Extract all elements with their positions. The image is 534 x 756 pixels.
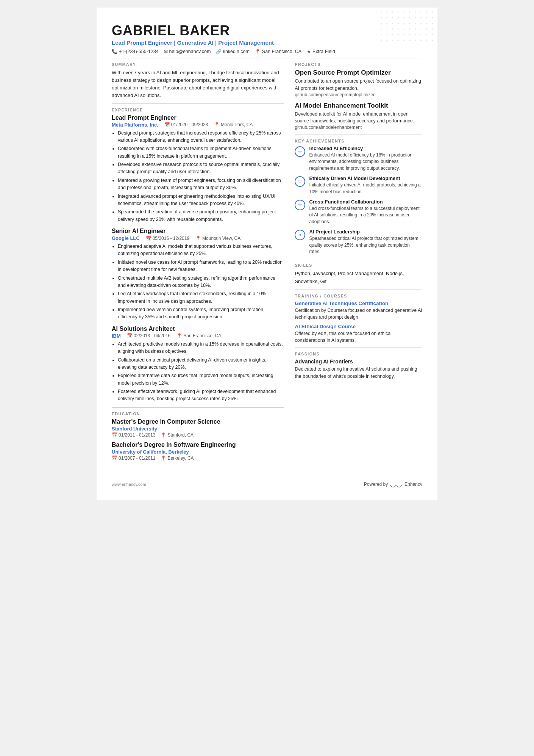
degree-1-meta: 📅 01/2007 - 01/2011 📍 Berkeley, CA bbox=[112, 455, 284, 461]
achievement-0-desc: Enhanced AI model efficiency by 18% in p… bbox=[309, 152, 422, 172]
training-1-desc: Offered by edX, this course focused on e… bbox=[295, 330, 422, 344]
projects-section: PROJECTS Open Source Prompt Optimizer Co… bbox=[295, 62, 422, 130]
achievement-0: ☆ Increased AI Efficiency Enhanced AI mo… bbox=[295, 146, 422, 172]
pin-icon-2: 📍 bbox=[176, 333, 182, 338]
job-2-dates: 📅 02/2013 - 04/2016 bbox=[127, 333, 170, 338]
resume-page: GABRIEL BAKER Lead Prompt Engineer | Gen… bbox=[97, 8, 437, 500]
job-2-title: AI Solutions Architect bbox=[112, 326, 284, 332]
project-1-desc: Developed a toolkit for AI model enhance… bbox=[295, 111, 422, 125]
degree-0: Master's Degree in Computer Science Stan… bbox=[112, 418, 284, 438]
achievement-1-icon: ♡ bbox=[295, 176, 305, 187]
job-1-title: Senior AI Engineer bbox=[112, 228, 284, 235]
contact-location: 📍 San Francisco, CA bbox=[255, 49, 301, 54]
degree-1-title: Bachelor's Degree in Software Engineerin… bbox=[112, 441, 284, 448]
training-section: TRAINING / COURSES Generative AI Techniq… bbox=[295, 294, 422, 344]
achievement-3-title: AI Project Leadership bbox=[309, 229, 422, 235]
experience-label: EXPERIENCE bbox=[112, 108, 284, 112]
body-layout: SUMMARY With over 7 years in AI and ML e… bbox=[112, 62, 422, 465]
email-icon: ✉ bbox=[164, 49, 168, 54]
job-2-company: IBM bbox=[112, 333, 121, 339]
project-0-link: github.com/opensourcepromptoptimizer bbox=[295, 92, 422, 97]
project-0-desc: Contributed to an open source project fo… bbox=[295, 78, 422, 92]
candidate-name: GABRIEL BAKER bbox=[112, 23, 422, 39]
contact-phone: 📞 +1-(234)-555-1234 bbox=[112, 49, 159, 54]
summary-divider bbox=[112, 103, 284, 104]
resume-header: GABRIEL BAKER Lead Prompt Engineer | Gen… bbox=[112, 23, 422, 54]
summary-text: With over 7 years in AI and ML engineeri… bbox=[112, 69, 284, 100]
degree-0-meta: 📅 01/2011 - 01/2013 📍 Stanford, CA bbox=[112, 432, 284, 438]
job-1-meta: Google LLC 📅 05/2016 - 12/2019 📍 Mountai… bbox=[112, 235, 284, 241]
job-2-bullets: Architected predictive models resulting … bbox=[112, 341, 284, 403]
footer-website: www.enhancv.com bbox=[112, 482, 146, 487]
achievement-2-icon: ☆ bbox=[295, 200, 305, 210]
job-0-meta: Meta Platforms, Inc. 📅 01/2020 - 09/2023… bbox=[112, 122, 284, 128]
calendar-icon-edu1: 📅 bbox=[112, 455, 117, 461]
skills-label: SKILLS bbox=[295, 263, 422, 268]
passions-section: PASSIONS Advancing AI Frontiers Dedicate… bbox=[295, 352, 422, 380]
training-label: TRAINING / COURSES bbox=[295, 294, 422, 298]
job-1-dates: 📅 05/2016 - 12/2019 bbox=[146, 236, 189, 241]
link-icon: 🔗 bbox=[216, 49, 222, 54]
pin-icon-0: 📍 bbox=[214, 122, 220, 127]
job-0-title: Lead Prompt Engineer bbox=[112, 114, 284, 121]
job-0-dates: 📅 01/2020 - 09/2023 bbox=[164, 122, 208, 127]
training-0-desc: Certification by Coursera focused on adv… bbox=[295, 307, 422, 321]
header-divider bbox=[112, 58, 422, 58]
contact-row: 📞 +1-(234)-555-1234 ✉ help@enhancv.com 🔗… bbox=[112, 49, 422, 54]
left-column: SUMMARY With over 7 years in AI and ML e… bbox=[112, 62, 284, 465]
job-2-location: 📍 San Francisco, CA bbox=[176, 333, 221, 338]
contact-extra: ★ Extra Field bbox=[307, 49, 335, 54]
achievement-1: ♡ Ethically Driven AI Model Development … bbox=[295, 175, 422, 195]
resume-footer: www.enhancv.com Powered by ◡◡ Enhancv bbox=[112, 476, 422, 488]
calendar-icon-edu0: 📅 bbox=[112, 432, 117, 438]
achievements-label: KEY ACHIEVEMENTS bbox=[295, 139, 422, 143]
contact-linkedin[interactable]: 🔗 linkedin.com bbox=[216, 49, 249, 54]
right-column: PROJECTS Open Source Prompt Optimizer Co… bbox=[295, 62, 422, 465]
project-1-title: AI Model Enhancement Toolkit bbox=[295, 102, 422, 110]
projects-label: PROJECTS bbox=[295, 62, 422, 67]
experience-section: EXPERIENCE Lead Prompt Engineer Meta Pla… bbox=[112, 108, 284, 403]
passion-0-desc: Dedicated to exploring innovative AI sol… bbox=[295, 366, 422, 380]
achievement-0-icon: ☆ bbox=[295, 146, 305, 157]
candidate-subtitle: Lead Prompt Engineer | Generative AI | P… bbox=[112, 39, 422, 46]
achievement-1-desc: Initiated ethically driven AI model prot… bbox=[309, 182, 422, 195]
project-0-title: Open Source Prompt Optimizer bbox=[295, 69, 422, 77]
job-1-location: 📍 Mountain View, CA bbox=[195, 236, 240, 241]
job-2: AI Solutions Architect IBM 📅 02/2013 - 0… bbox=[112, 326, 284, 403]
training-0: Generative AI Techniques Certification C… bbox=[295, 301, 422, 321]
job-0-bullets: Designed prompt strategies that increase… bbox=[112, 130, 284, 224]
project-1: AI Model Enhancement Toolkit Developed a… bbox=[295, 102, 422, 130]
footer-brand: Powered by ◡◡ Enhancv bbox=[364, 480, 422, 488]
calendar-icon-2: 📅 bbox=[127, 333, 133, 338]
degree-0-title: Master's Degree in Computer Science bbox=[112, 418, 284, 425]
job-0: Lead Prompt Engineer Meta Platforms, Inc… bbox=[112, 114, 284, 224]
job-0-company: Meta Platforms, Inc. bbox=[112, 122, 158, 128]
pin-icon-edu0: 📍 bbox=[161, 432, 166, 438]
achievements-divider bbox=[295, 259, 422, 259]
job-1-company: Google LLC bbox=[112, 235, 140, 241]
passions-label: PASSIONS bbox=[295, 352, 422, 356]
degree-0-school: Stanford University bbox=[112, 426, 284, 432]
experience-divider bbox=[112, 407, 284, 408]
achievement-2-desc: Led cross-functional teams to a successf… bbox=[309, 205, 422, 225]
achievement-3-desc: Spearheaded critical AI projects that op… bbox=[309, 235, 422, 255]
achievement-3-icon: ✦ bbox=[295, 230, 305, 240]
training-divider bbox=[295, 347, 422, 348]
project-0: Open Source Prompt Optimizer Contributed… bbox=[295, 69, 422, 97]
skills-divider bbox=[295, 290, 422, 290]
skills-text: Python, Javascript, Project Management, … bbox=[295, 270, 422, 286]
training-0-title: Generative AI Techniques Certification bbox=[295, 301, 422, 306]
education-label: EDUCATION bbox=[112, 412, 284, 416]
job-1: Senior AI Engineer Google LLC 📅 05/2016 … bbox=[112, 228, 284, 321]
summary-section: SUMMARY With over 7 years in AI and ML e… bbox=[112, 62, 284, 100]
calendar-icon-0: 📅 bbox=[164, 122, 170, 127]
projects-divider bbox=[295, 135, 422, 135]
skills-section: SKILLS Python, Javascript, Project Manag… bbox=[295, 263, 422, 286]
pin-icon-edu1: 📍 bbox=[161, 455, 166, 461]
passion-0-title: Advancing AI Frontiers bbox=[295, 358, 422, 365]
contact-email: ✉ help@enhancv.com bbox=[164, 49, 211, 54]
calendar-icon-1: 📅 bbox=[146, 236, 151, 241]
phone-icon: 📞 bbox=[112, 49, 117, 54]
job-0-location: 📍 Menlo Park, CA bbox=[214, 122, 253, 127]
summary-label: SUMMARY bbox=[112, 62, 284, 67]
